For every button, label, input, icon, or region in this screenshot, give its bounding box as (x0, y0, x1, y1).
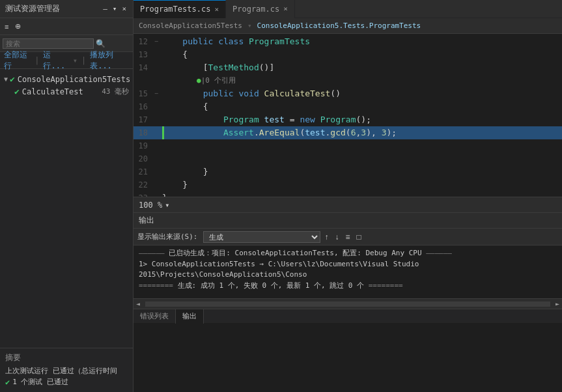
summary-row-1: 上次测试运行 已通过（总运行时间 (5, 366, 128, 376)
close-icon[interactable]: × (120, 4, 128, 14)
code-line-15: 15 − public void CalculateTest() (133, 87, 562, 100)
tree-group: ▼ ✔ ConsoleApplication5Tests (1) ✔ Calcu… (0, 72, 133, 99)
add-button[interactable]: ⊕ (13, 21, 23, 31)
last-run-text: 上次测试运行 已通过（总运行时间 (5, 366, 117, 376)
summary-pass-icon: ✔ (5, 378, 10, 387)
tab-close-program[interactable]: × (283, 5, 288, 13)
tab-program[interactable]: Program.cs × (226, 0, 295, 18)
summary-title: 摘要 (5, 352, 128, 363)
output-title: 输出 (139, 215, 154, 226)
pin-icon[interactable]: – (102, 4, 109, 14)
tab-error-list[interactable]: 错误列表 (133, 309, 176, 324)
test-status-icon: ✔ (14, 87, 20, 96)
code-line-14-ref: − ●|0 个引用 (133, 74, 562, 87)
output-float-btn[interactable]: □ (355, 232, 363, 242)
code-line-22: 22 − } (133, 178, 562, 191)
test-toolbar: ≡ ⊕ (0, 18, 133, 35)
scroll-left-icon[interactable]: ◄ (133, 300, 143, 307)
panel-title-icons: – ▾ × (102, 4, 128, 14)
output-title-bar: 输出 (133, 213, 562, 229)
output-source-select[interactable]: 生成 调试 测试 (203, 231, 320, 243)
code-line-17: 17 − Program test = new Program(); (133, 113, 562, 126)
output-toolbar: 显示输出来源(S): 生成 调试 测试 ↑ ↓ ≡ □ (133, 229, 562, 245)
tab-output[interactable]: 输出 (176, 309, 204, 324)
code-line-18: 18 − Assert.AreEqual(test.gcd(6,3), 3); (133, 126, 562, 139)
output-line-2: 1> ConsoleApplication5Tests → C:\Users\l… (139, 259, 557, 281)
group-name: ConsoleApplication5Tests (18, 75, 130, 84)
tab-label-program-tests: ProgramTests.cs (140, 5, 210, 14)
zoom-bar: 100 % ▾ (133, 197, 562, 212)
search-input[interactable] (3, 38, 94, 49)
tree-area: ▼ ✔ ConsoleApplication5Tests (1) ✔ Calcu… (0, 69, 133, 348)
summary-row-2: ✔ 1 个测试 已通过 (5, 377, 128, 387)
location-bar: ConsoleApplication5Tests ▾ ConsoleApplic… (133, 18, 562, 34)
tab-label-program: Program.cs (232, 5, 279, 14)
collapse-arrow: ▼ (4, 76, 8, 83)
green-bar (162, 126, 164, 139)
code-line-13: 13 − { (133, 48, 562, 61)
output-content: —————— 已启动生成：项目: ConsoleApplicationTests… (133, 245, 562, 298)
output-down-btn[interactable]: ↓ (333, 232, 341, 242)
code-line-20: 20 − (133, 152, 562, 165)
test-name: CalculateTest (22, 87, 83, 96)
output-line-1: —————— 已启动生成：项目: ConsoleApplicationTests… (139, 248, 557, 259)
scrollbar-track[interactable] (145, 301, 550, 307)
scroll-right-icon[interactable]: ► (553, 300, 562, 307)
run-all-link[interactable]: 全部运行 (4, 49, 31, 72)
tab-output-label: 输出 (182, 311, 197, 321)
location-right: ConsoleApplication5.Tests.ProgramTests (257, 21, 421, 30)
output-line-3: ======== 生成: 成功 1 个, 失败 0 个, 最新 1 个, 跳过 … (139, 281, 557, 292)
output-menu-btn[interactable]: ≡ (344, 232, 352, 242)
panel-title: 测试资源管理器 (5, 3, 60, 14)
bottom-tabs: 错误列表 输出 (133, 309, 562, 323)
search-button[interactable]: 🔍 (94, 38, 107, 49)
code-line-19: 19 − (133, 139, 562, 152)
bottom-scrollbar[interactable]: ◄ ► (133, 298, 562, 309)
group-status-icon: ✔ (10, 74, 15, 84)
right-panel: ProgramTests.cs × Program.cs × ConsoleAp… (133, 0, 562, 392)
action-row: 全部运行 | 运行... ▾ | 播放列表... (0, 52, 133, 69)
list-item[interactable]: ✔ CalculateTest 43 毫秒 (0, 85, 133, 98)
panel-title-bar: 测试资源管理器 – ▾ × (0, 0, 133, 18)
tab-program-tests[interactable]: ProgramTests.cs × (133, 0, 226, 18)
tab-error-list-label: 错误列表 (140, 311, 169, 321)
tab-bar: ProgramTests.cs × Program.cs × (133, 0, 562, 18)
run-link[interactable]: 运行... (43, 49, 68, 72)
code-line-23: 23 − } (133, 191, 562, 197)
playlist-link[interactable]: 播放列表... (90, 49, 129, 72)
editor-area[interactable]: 12 − public class ProgramTests 13 − { 14… (133, 34, 562, 197)
code-line-12: 12 − public class ProgramTests (133, 35, 562, 48)
output-up-btn[interactable]: ↑ (323, 232, 331, 242)
tab-close-program-tests[interactable]: × (214, 5, 219, 14)
zoom-level: 100 % (139, 201, 162, 210)
test-duration: 43 毫秒 (102, 87, 129, 96)
code-line-21: 21 − } (133, 165, 562, 178)
summary-count: 1 个测试 已通过 (12, 377, 68, 387)
output-source-label: 显示输出来源(S): (137, 232, 198, 242)
float-icon[interactable]: ▾ (111, 4, 119, 14)
output-panel: 输出 显示输出来源(S): 生成 调试 测试 ↑ ↓ ≡ □ —————— 已启… (133, 212, 562, 323)
zoom-dropdown-icon[interactable]: ▾ (165, 201, 169, 210)
menu-button[interactable]: ≡ (3, 22, 10, 31)
code-line-16: 16 − { (133, 100, 562, 113)
left-panel: 测试资源管理器 – ▾ × ≡ ⊕ 🔍 全部运行 | 运行... ▾ | 播放列… (0, 0, 133, 392)
code-line-14: 14 − [TestMethod()] (133, 61, 562, 74)
location-left: ConsoleApplication5Tests (139, 21, 242, 30)
summary-section: 摘要 上次测试运行 已通过（总运行时间 ✔ 1 个测试 已通过 (0, 348, 133, 392)
tree-group-header[interactable]: ▼ ✔ ConsoleApplication5Tests (1) (0, 73, 133, 85)
